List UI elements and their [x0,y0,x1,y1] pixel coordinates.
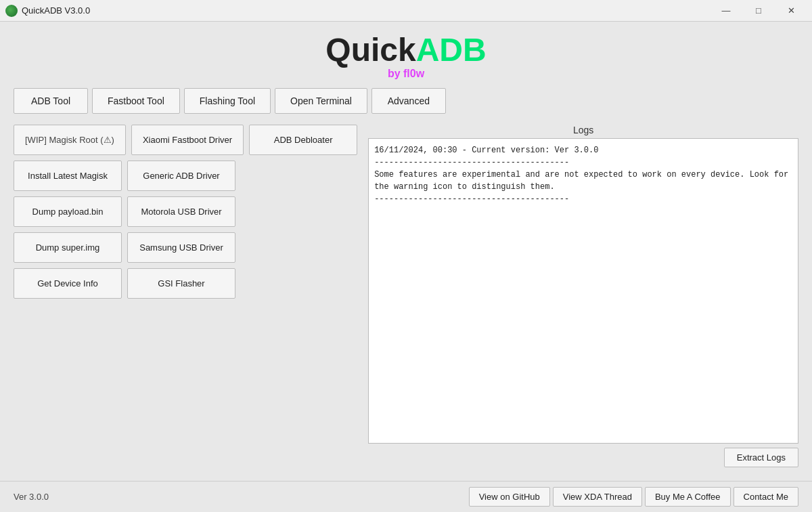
tab-advanced[interactable]: Advanced [371,88,446,114]
extract-btn-row: Extract Logs [368,448,798,467]
header: QuickADB by fl0w [14,22,798,88]
left-panel: [WIP] Magisk Root (⚠) Xiaomi Fastboot Dr… [14,125,357,467]
tab-fastboot-tool[interactable]: Fastboot Tool [92,88,180,114]
body-layout: [WIP] Magisk Root (⚠) Xiaomi Fastboot Dr… [14,125,798,467]
adb-debloater-button[interactable]: ADB Debloater [249,125,357,155]
view-xda-button[interactable]: View XDA Thread [553,487,642,507]
logs-title: Logs [368,125,798,135]
title-bar: QuickADB V3.0.0 — □ ✕ [0,0,812,22]
generic-adb-driver-button[interactable]: Generic ADB Driver [127,161,235,191]
buy-coffee-button[interactable]: Buy Me A Coffee [645,487,731,507]
dump-super-button[interactable]: Dump super.img [14,232,122,263]
logo-adb: ADB [416,32,487,68]
maximize-button[interactable]: □ [743,0,774,22]
right-panel: Logs 16/11/2024, 00:30 - Current version… [368,125,798,467]
tab-open-terminal[interactable]: Open Terminal [275,88,367,114]
btn-row-4: Dump super.img Samsung USB Driver [14,232,357,263]
btn-row-2: Install Latest Magisk Generic ADB Driver [14,161,357,191]
app-logo: QuickADB [14,34,798,66]
logo-quick: Quick [325,32,415,68]
gsi-flasher-button[interactable]: GSI Flasher [127,268,235,299]
xiaomi-driver-button[interactable]: Xiaomi Fastboot Driver [131,125,244,155]
main-content: QuickADB by fl0w ADB Tool Fastboot Tool … [0,22,812,481]
header-subtitle: by fl0w [14,68,798,80]
title-bar-controls: — □ ✕ [710,0,807,22]
footer-version: Ver 3.0.0 [14,492,49,502]
view-github-button[interactable]: View on GitHub [469,487,550,507]
extract-logs-button[interactable]: Extract Logs [724,448,798,467]
header-by: by [388,68,403,79]
tab-row: ADB Tool Fastboot Tool Flashing Tool Ope… [14,88,798,114]
title-bar-title: QuickADB V3.0.0 [22,5,90,16]
btn-row-1: [WIP] Magisk Root (⚠) Xiaomi Fastboot Dr… [14,125,357,155]
app-icon [5,5,18,17]
close-button[interactable]: ✕ [775,0,807,22]
title-bar-left: QuickADB V3.0.0 [5,5,90,17]
header-author: fl0w [403,68,424,79]
footer: Ver 3.0.0 View on GitHub View XDA Thread… [0,481,812,512]
magisk-root-button[interactable]: [WIP] Magisk Root (⚠) [14,125,126,155]
dump-payload-button[interactable]: Dump payload.bin [14,196,122,227]
btn-row-5: Get Device Info GSI Flasher [14,268,357,299]
btn-row-3: Dump payload.bin Motorola USB Driver [14,196,357,227]
get-device-info-button[interactable]: Get Device Info [14,268,122,299]
tab-flashing-tool[interactable]: Flashing Tool [184,88,271,114]
install-magisk-button[interactable]: Install Latest Magisk [14,161,122,191]
samsung-driver-button[interactable]: Samsung USB Driver [127,232,235,263]
tab-adb-tool[interactable]: ADB Tool [14,88,88,114]
logs-box: 16/11/2024, 00:30 - Current version: Ver… [368,138,798,444]
minimize-button[interactable]: — [710,0,742,22]
footer-buttons: View on GitHub View XDA Thread Buy Me A … [469,487,798,507]
motorola-driver-button[interactable]: Motorola USB Driver [127,196,235,227]
contact-me-button[interactable]: Contact Me [734,487,798,507]
